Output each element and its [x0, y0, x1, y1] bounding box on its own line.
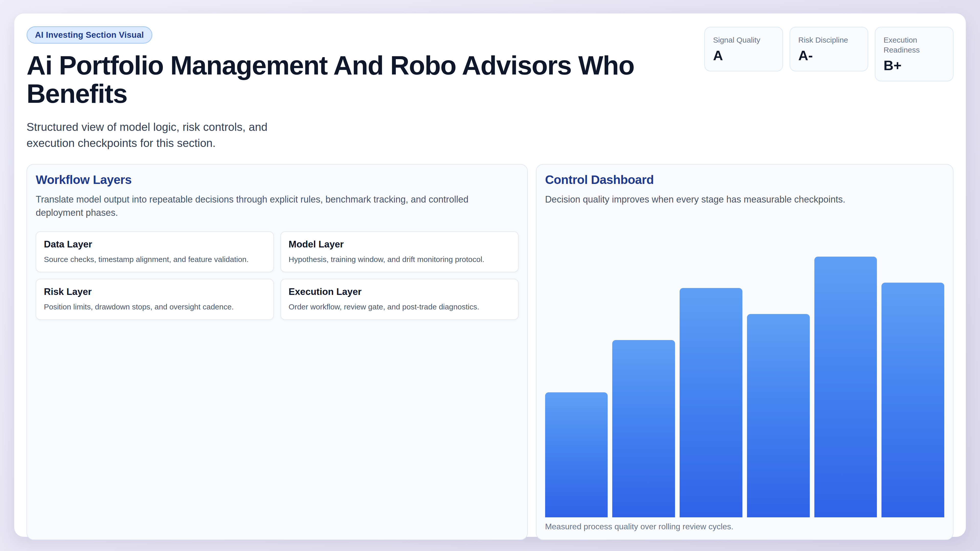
stat-label: Signal Quality [713, 35, 774, 45]
stat-card-row: Signal Quality A Risk Discipline A- Exec… [704, 27, 953, 81]
workflow-panel-description: Translate model output into repeatable d… [36, 193, 519, 219]
stat-label: Execution Readiness [883, 35, 945, 55]
chart-bar [612, 340, 675, 517]
dashboard-panel-title: Control Dashboard [545, 173, 944, 187]
layer-description: Position limits, drawdown stops, and ove… [44, 302, 266, 312]
stat-value: A [713, 48, 774, 63]
workflow-layers-panel: Workflow Layers Translate model output i… [27, 164, 528, 540]
page-header: AI Investing Section Visual Ai Portfolio… [27, 26, 953, 151]
layer-description: Order workflow, review gate, and post-tr… [289, 302, 511, 312]
layer-title: Model Layer [289, 239, 511, 250]
layer-card-model: Model Layer Hypothesis, training window,… [280, 231, 519, 272]
stat-card-risk-discipline: Risk Discipline A- [790, 27, 868, 71]
dashboard-panel-description: Decision quality improves when every sta… [545, 193, 944, 206]
main-card: AI Investing Section Visual Ai Portfolio… [14, 13, 966, 537]
chart-bar [747, 314, 810, 517]
layer-card-risk: Risk Layer Position limits, drawdown sto… [36, 279, 274, 320]
chart-bar [881, 283, 944, 517]
layer-description: Source checks, timestamp alignment, and … [44, 254, 266, 265]
chart-bar [815, 257, 877, 517]
chart-caption: Measured process quality over rolling re… [545, 522, 944, 531]
bar-chart [545, 257, 944, 517]
page-title: Ai Portfolio Management And Robo Advisor… [27, 51, 680, 108]
stat-value: B+ [883, 57, 945, 73]
control-dashboard-panel: Control Dashboard Decision quality impro… [536, 164, 953, 540]
content-panels: Workflow Layers Translate model output i… [27, 164, 953, 540]
header-text-block: AI Investing Section Visual Ai Portfolio… [27, 26, 680, 151]
stat-card-execution-readiness: Execution Readiness B+ [875, 27, 953, 81]
layer-title: Risk Layer [44, 286, 266, 297]
layer-description: Hypothesis, training window, and drift m… [289, 254, 511, 265]
chart-bar [545, 392, 608, 518]
section-badge: AI Investing Section Visual [27, 26, 152, 44]
layer-card-execution: Execution Layer Order workflow, review g… [280, 279, 519, 320]
stat-card-signal-quality: Signal Quality A [704, 27, 783, 71]
stat-value: A- [798, 48, 859, 63]
stat-label: Risk Discipline [798, 35, 859, 45]
layer-title: Data Layer [44, 239, 266, 250]
layer-card-data: Data Layer Source checks, timestamp alig… [36, 231, 274, 272]
layer-title: Execution Layer [289, 286, 511, 297]
page-subtitle: Structured view of model logic, risk con… [27, 119, 315, 151]
layer-card-grid: Data Layer Source checks, timestamp alig… [36, 231, 519, 320]
chart-bar [679, 288, 742, 517]
workflow-panel-title: Workflow Layers [36, 173, 519, 187]
